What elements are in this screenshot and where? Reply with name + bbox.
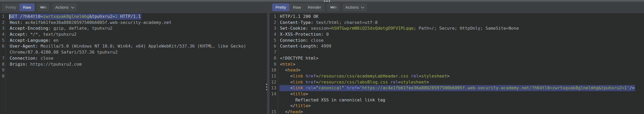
panel-resize-handle-icon[interactable] <box>324 1 330 2</box>
tab-response-render[interactable]: Render <box>305 3 325 11</box>
line-number: 2 <box>0 20 6 26</box>
code-row[interactable]: 10 <head> <box>269 67 644 73</box>
tab-request-pretty[interactable]: Pretty <box>2 3 19 11</box>
line-number: 12 <box>269 79 278 85</box>
code-row[interactable]: 2Content-Type: text/html; charset=utf-8 <box>269 20 644 26</box>
code-row[interactable]: 6User-Agent: Mozilla/5.0 (Windows NT 10.… <box>0 43 267 49</box>
code-row[interactable]: 5Accept-Language: en <box>0 38 267 44</box>
code-row[interactable]: Chrome/87.0.4280.88 Safari/537.36 tpuhxr… <box>0 49 267 55</box>
line-number: 15 <box>269 109 278 114</box>
line-number: 7 <box>269 49 278 55</box>
response-linebreaks-toggle[interactable]: ₩n <box>327 3 339 11</box>
line-number: 5 <box>0 38 6 44</box>
code-row[interactable]: Reflected XSS in canonical link tag <box>269 97 644 103</box>
line-number: 9 <box>269 61 278 68</box>
line-number <box>269 103 278 109</box>
code-row[interactable]: 1GET /?h64tl0=zwrtxqvak8glnelmhg&tpuhxru… <box>0 14 267 20</box>
line-number: 11 <box>269 73 278 79</box>
tab-request-raw[interactable]: Raw <box>19 3 34 11</box>
code-row[interactable]: 3Set-Cookie: session=hSHTGwprmN8iQI5dsQd… <box>269 25 644 32</box>
request-actions-button[interactable]: Actions <box>52 3 77 11</box>
code-row[interactable]: 6Content-Length: 4999 <box>269 43 644 49</box>
response-editor[interactable]: 1HTTP/1.1 200 OK2Content-Type: text/html… <box>269 13 644 114</box>
code-row[interactable]: 7 <box>269 49 644 55</box>
code-row[interactable]: 14 <title> <box>269 91 644 97</box>
code-row[interactable]: 13 <link rel="canonical" href='https://a… <box>269 85 644 91</box>
line-number: 9 <box>0 67 6 73</box>
response-actions-button[interactable]: Actions <box>342 3 367 11</box>
request-view-switcher: Pretty Raw <box>2 3 35 11</box>
code-row[interactable]: 3Accept-Encoding: gzip, deflate, tpuhxru… <box>0 25 267 32</box>
line-number: 14 <box>269 91 278 97</box>
code-row[interactable]: 2Host: ac4e1fb61fee36a88020597500b6005f.… <box>0 20 267 26</box>
code-row[interactable]: 15 </head> <box>269 109 644 114</box>
code-row[interactable]: 0 <box>0 73 267 79</box>
line-number: 8 <box>269 55 278 61</box>
code-row[interactable]: 8Origin: https://tpuhxru2.com <box>0 61 267 68</box>
code-row[interactable]: 1HTTP/1.1 200 OK <box>269 14 644 20</box>
line-number: 4 <box>0 32 6 38</box>
line-number: 8 <box>0 61 6 68</box>
line-number: 6 <box>0 43 6 49</box>
request-linebreaks-toggle[interactable]: ₩n <box>37 3 50 11</box>
request-tab-group: Pretty Raw ₩n Actions <box>2 3 77 11</box>
chevron-down-icon <box>361 5 365 9</box>
request-code: 1GET /?h64tl0=zwrtxqvak8glnelmhg&tpuhxru… <box>0 13 267 79</box>
line-number: 4 <box>269 32 278 38</box>
code-row[interactable]: 8<!DOCTYPE html> <box>269 55 644 61</box>
request-actions-label: Actions <box>55 5 69 10</box>
line-number <box>269 97 278 103</box>
line-number <box>0 49 6 55</box>
line-number: 10 <box>269 67 278 73</box>
code-row[interactable]: 4Accept: */*, text/tpuhxru2 <box>0 32 267 38</box>
line-number: 2 <box>269 20 278 26</box>
line-number: 3 <box>269 25 278 32</box>
line-number: 13 <box>269 85 278 91</box>
selected-text: <link rel="canonical" href='https://ac4e… <box>279 85 635 91</box>
message-editor-tab-bar: Pretty Raw ₩n Actions Pretty Raw Render … <box>0 2 644 13</box>
chevron-down-icon <box>71 5 74 9</box>
line-number: 5 <box>269 38 278 44</box>
splitter-grip-icon <box>266 84 268 92</box>
line-number: 1 <box>269 14 278 20</box>
tab-response-pretty[interactable]: Pretty <box>272 3 289 11</box>
line-number: 0 <box>0 73 6 79</box>
tab-response-raw[interactable]: Raw <box>289 3 304 11</box>
response-view-switcher: Pretty Raw Render <box>272 3 324 11</box>
code-row[interactable]: 4X-XSS-Protection: 0 <box>269 32 644 38</box>
response-tab-group: Pretty Raw Render ₩n Actions <box>272 3 367 11</box>
line-number: 1 <box>0 14 6 20</box>
code-row[interactable]: 9 <box>0 67 267 73</box>
code-row[interactable]: 7Connection: close <box>0 55 267 61</box>
response-actions-label: Actions <box>345 5 359 10</box>
code-row[interactable]: 12 <link href=/resources/css/labsBlog.cs… <box>269 79 644 85</box>
line-number: 3 <box>0 25 6 32</box>
burp-message-editor: { "colors": { "accent_tab": "#4b568b", "… <box>0 0 644 114</box>
text-caret <box>9 14 10 19</box>
request-editor[interactable]: 1GET /?h64tl0=zwrtxqvak8glnelmhg&tpuhxru… <box>0 13 267 114</box>
selected-text: GET /?h64tl0=zwrtxqvak8glnelmhg&tpuhxru2… <box>9 14 141 20</box>
line-number: 6 <box>269 43 278 49</box>
code-row[interactable]: 5Connection: close <box>269 38 644 44</box>
response-code: 1HTTP/1.1 200 OK2Content-Type: text/html… <box>269 13 644 114</box>
code-row[interactable]: 9<html> <box>269 61 644 68</box>
code-row[interactable]: </title> <box>269 103 644 109</box>
code-row[interactable]: 11 <link href=/resources/css/academyLabH… <box>269 73 644 79</box>
panel-splitter[interactable] <box>267 13 269 114</box>
line-number: 7 <box>0 55 6 61</box>
